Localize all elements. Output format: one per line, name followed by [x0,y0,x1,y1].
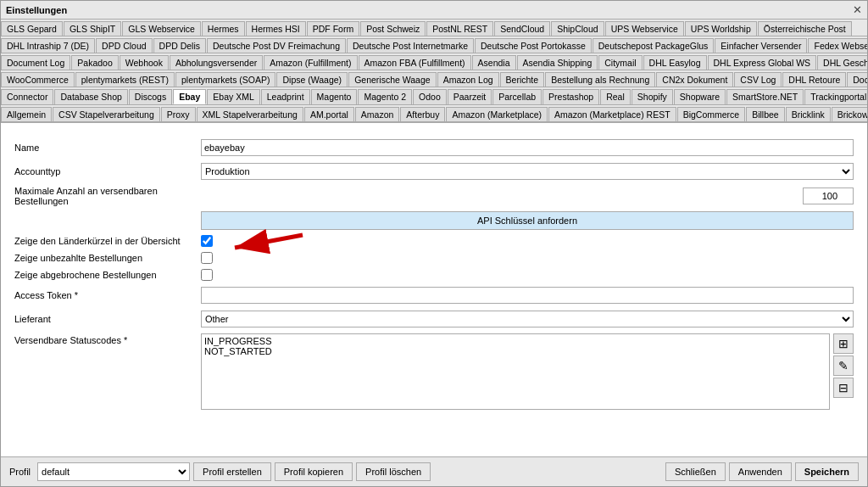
tab-document-downloader[interactable]: Document Downloader [847,72,867,87]
delete-status-button[interactable]: ⊟ [833,378,854,398]
tab-hermes-hsi[interactable]: Hermes HSI [246,21,306,36]
tab-dhl-retoure[interactable]: DHL Retoure [782,72,846,87]
tab-cn2x-dokument[interactable]: CN2x Dokument [656,72,733,87]
tab-dhl-express-global[interactable]: DHL Express Global WS [708,55,817,70]
footer-right: Schließen Anwenden Speichern [665,462,859,481]
tab-deutsche-post-internet[interactable]: Deutsche Post Internetmarke [347,38,474,53]
tab-magento2[interactable]: Magento 2 [358,89,412,104]
edit-status-button[interactable]: ✎ [833,355,854,376]
tab-document-log[interactable]: Document Log [1,55,70,70]
tab-allgemein[interactable]: Allgemein [1,107,52,121]
tab-dpd-delis[interactable]: DPD Delis [153,38,206,53]
show-cancelled-row: Zeige abgebrochene Bestellungen [14,269,854,281]
tab-dhl-easylog[interactable]: DHL Easylog [643,55,707,70]
tab-postnl-rest[interactable]: PostNL REST [426,21,493,36]
tab-proxy[interactable]: Proxy [161,107,196,121]
tab-paarzeit[interactable]: Paarzeit [448,89,492,104]
tab-database-shop[interactable]: Database Shop [54,89,127,104]
tab-asendia[interactable]: Asendia [472,55,516,70]
add-status-button[interactable]: ⊞ [833,333,854,354]
tab-smartstore[interactable]: SmartStore.NET [726,89,804,104]
name-row: Name [14,138,854,157]
tab-leadprint[interactable]: Leadprint [261,89,310,104]
tab-ebay[interactable]: Ebay [173,89,206,104]
name-input[interactable] [201,139,854,156]
tab-plentymarkets-soap[interactable]: plentymarkets (SOAP) [175,72,275,87]
tab-afterbuy[interactable]: Afterbuy [400,107,445,121]
tab-trackingportal[interactable]: Trackingportal [804,89,867,104]
tab-pakadoo[interactable]: Pakadoo [71,55,118,70]
tab-ups-worldship[interactable]: UPS Worldship [685,21,757,36]
tab-connector[interactable]: Connector [1,89,53,104]
tab-citymail[interactable]: Citymail [598,55,642,70]
tab-pdf-form[interactable]: PDF Form [307,21,359,36]
tab-gls-shipit[interactable]: GLS ShipIT [64,21,121,36]
max-orders-input[interactable] [803,188,854,204]
tab-ups-webservice[interactable]: UPS Webservice [605,21,684,36]
tab-dipse-waage[interactable]: Dipse (Waage) [276,72,348,87]
tab-einfacher-versender[interactable]: Einfacher Versender [715,38,807,53]
tab-hermes[interactable]: Hermes [202,21,245,36]
access-token-label: Access Token * [14,290,201,300]
tab-bigcommerce[interactable]: BigCommerce [677,107,746,121]
tab-webhook[interactable]: Webhook [120,55,169,70]
tab-amazon-marketplace[interactable]: Amazon (Marketplace) [446,107,548,121]
tab-dpd-cloud[interactable]: DPD Cloud [96,38,153,53]
tab-prestashop[interactable]: Prestashop [542,89,599,104]
access-token-input[interactable] [201,287,854,304]
tab-sendcloud[interactable]: SendCloud [494,21,550,36]
tab-berichte[interactable]: Berichte [500,72,545,87]
tab-amazon-fba[interactable]: Amazon FBA (Fulfillment) [359,55,471,70]
tab-magento[interactable]: Magento [311,89,358,104]
tab-am-portal[interactable]: AM.portal [304,107,354,121]
apply-button[interactable]: Anwenden [729,462,792,481]
tab-shopware[interactable]: Shopware [674,89,726,104]
tab-deutschepost-package[interactable]: Deutschepost PackageGlus [593,38,715,53]
tab-billbee[interactable]: Billbee [746,107,785,121]
close-button[interactable]: Schließen [665,462,726,481]
tab-post-schweiz[interactable]: Post Schweiz [360,21,426,36]
tab-xml-stapel[interactable]: XML Stapelverarbeitung [197,107,303,121]
tab-plentymarkets-rest[interactable]: plentymarkets (REST) [75,72,175,87]
tab-deutsche-post-dv[interactable]: Deutsche Post DV Freimachung [207,38,346,53]
tab-gls-webservice[interactable]: GLS Webservice [122,21,201,36]
tab-osterreichische-post[interactable]: Österreichische Post [758,21,852,36]
save-button[interactable]: Speichern [795,462,859,481]
tab-dhl-geschaeftskunden[interactable]: DHL Geschäftskundenversand [817,55,867,70]
status-codes-textarea[interactable]: IN_PROGRESS NOT_STARTED [201,333,830,410]
tab-csv-stapel[interactable]: CSV Stapelverarbeitung [53,107,160,121]
show-cancelled-checkbox[interactable] [201,269,213,281]
tab-discogs[interactable]: Discogs [129,89,172,104]
lieferant-select[interactable]: Other DHL DPD GLS Hermes [201,311,854,327]
tab-shopify[interactable]: Shopify [632,89,673,104]
tab-csv-log[interactable]: CSV Log [734,72,782,87]
accounttype-label: Accounttyp [14,166,201,176]
accounttype-select[interactable]: Produktion Sandbox [201,163,854,180]
tab-shipcloud[interactable]: ShipCloud [551,21,604,36]
profile-select[interactable]: default [37,462,190,481]
tab-woocommerce[interactable]: WooCommerce [1,72,75,87]
tab-bestellung-als-rechnung[interactable]: Bestellung als Rechnung [545,72,655,87]
tab-fedex[interactable]: Fedex Webservice [808,38,867,53]
delete-profile-button[interactable]: Profil löschen [356,462,431,481]
tab-generische-waage[interactable]: Generische Waage [348,72,437,87]
tab-brickowl[interactable]: Brickowl [832,107,867,121]
copy-profile-button[interactable]: Profil kopieren [275,462,353,481]
red-arrow-icon [209,227,311,260]
tab-asendia-shipping[interactable]: Asendia Shipping [517,55,598,70]
close-window-button[interactable]: ✕ [853,4,862,15]
tab-ebay-xml[interactable]: Ebay XML [207,89,259,104]
tab-abholungsversender[interactable]: Abholungsversender [170,55,263,70]
tab-amazon[interactable]: Amazon [355,107,400,121]
tab-bricklink[interactable]: Bricklink [786,107,831,121]
create-profile-button[interactable]: Profil erstellen [193,462,271,481]
tab-real[interactable]: Real [600,89,631,104]
tab-amazon-log[interactable]: Amazon Log [437,72,499,87]
tab-deutsche-post-porto[interactable]: Deutsche Post Portokasse [475,38,592,53]
tab-amazon-fulfillment[interactable]: Amazon (Fulfillment) [264,55,357,70]
tab-dhl-intraship[interactable]: DHL Intraship 7 (DE) [1,38,95,53]
tab-gls-gepard[interactable]: GLS Gepard [1,21,63,36]
tab-parcellab[interactable]: Parcellab [492,89,542,104]
tab-odoo[interactable]: Odoo [413,89,447,104]
tab-amazon-marketplace-rest[interactable]: Amazon (Marketplace) REST [548,107,676,121]
